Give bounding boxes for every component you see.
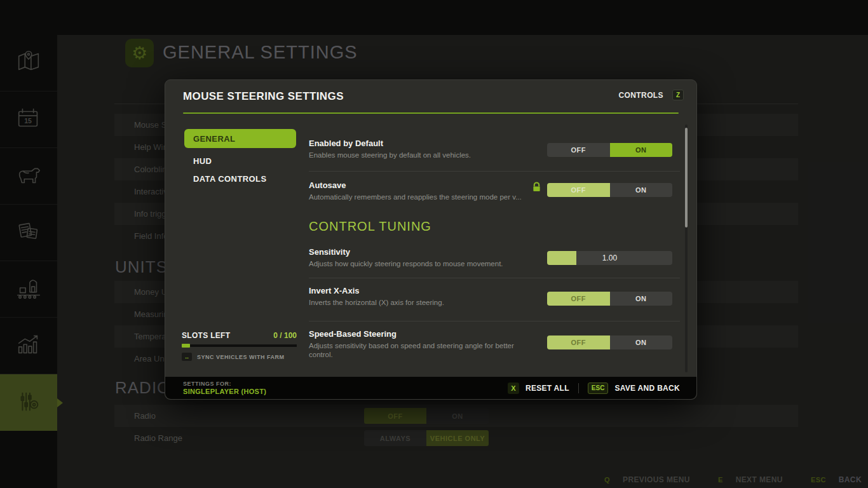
modal-tabs: GENERAL HUD DATA CONTROLS: [184, 129, 296, 184]
modal-scrollbar[interactable]: [685, 125, 688, 372]
save-and-back-button[interactable]: SAVE AND BACK: [614, 384, 680, 393]
enabled-on-option[interactable]: ON: [610, 143, 673, 157]
invert-x-axis-toggle[interactable]: OFF ON: [547, 292, 672, 306]
enabled-off-option[interactable]: OFF: [547, 143, 610, 157]
setting-invert-x-axis: Invert X-Axis Inverts the horizontal (X)…: [309, 278, 680, 322]
control-tuning-header: CONTROL TUNING: [309, 217, 680, 236]
key-esc-badge: ESC: [588, 383, 609, 394]
settings-for-block: SETTINGS FOR: SINGLEPLAYER (HOST): [183, 381, 266, 395]
invert-on-option[interactable]: ON: [610, 292, 673, 306]
lock-icon: [532, 182, 541, 194]
tab-data-controls[interactable]: DATA CONTROLS: [184, 174, 296, 184]
slots-panel: SLOTS LEFT 0 / 100 ↔ SYNC VEHICLES WITH …: [182, 331, 297, 361]
controls-hint[interactable]: CONTROLS Z: [618, 90, 684, 100]
slots-left-value: 0 / 100: [273, 331, 297, 340]
key-x-badge: X: [508, 383, 519, 394]
sensitivity-slider[interactable]: 1.00: [547, 251, 672, 265]
tab-hud[interactable]: HUD: [184, 156, 296, 166]
autosave-off-option[interactable]: OFF: [547, 183, 610, 197]
sync-arrows-icon: ↔: [182, 353, 192, 361]
scrollbar-thumb[interactable]: [685, 128, 688, 227]
screen: 15 ⚙ GENERAL SETTINGS Mouse St Help Win …: [0, 0, 868, 488]
slots-left-label: SLOTS LEFT: [182, 331, 230, 340]
sensitivity-value: 1.00: [547, 251, 672, 265]
speed-based-steering-toggle[interactable]: OFF ON: [547, 336, 672, 349]
player-context: SINGLEPLAYER (HOST): [183, 388, 266, 395]
sync-vehicles-control[interactable]: ↔ SYNC VEHICLES WITH FARM: [182, 353, 297, 361]
invert-off-option[interactable]: OFF: [547, 292, 610, 306]
slots-progress-fill: [182, 344, 190, 348]
reset-all-button[interactable]: RESET ALL: [526, 384, 569, 393]
setting-sensitivity: Sensitivity Adjusts how quickly steering…: [309, 236, 680, 278]
setting-enabled-by-default: Enabled by Default Enables mouse steerin…: [309, 129, 680, 172]
settings-column: Enabled by Default Enables mouse steerin…: [309, 129, 680, 372]
tab-general[interactable]: GENERAL: [184, 129, 296, 148]
autosave-on-option[interactable]: ON: [610, 183, 673, 197]
setting-autosave: Autosave Automatically remembers and rea…: [309, 172, 680, 217]
footer-divider: [578, 383, 579, 393]
setting-speed-based-steering: Speed-Based Steering Adjusts sensitivity…: [309, 322, 680, 372]
autosave-toggle[interactable]: OFF ON: [547, 183, 672, 197]
key-z-badge: Z: [672, 90, 684, 100]
speed-off-option[interactable]: OFF: [547, 336, 610, 349]
modal-footer: SETTINGS FOR: SINGLEPLAYER (HOST) X RESE…: [165, 377, 696, 399]
modal-title: MOUSE STEERING SETTINGS: [183, 90, 344, 103]
title-underline: [183, 112, 679, 114]
speed-on-option[interactable]: ON: [610, 336, 673, 349]
slots-progress-bar: [182, 344, 297, 347]
enabled-by-default-toggle[interactable]: OFF ON: [547, 143, 672, 157]
mouse-steering-settings-modal: MOUSE STEERING SETTINGS CONTROLS Z GENER…: [165, 79, 697, 400]
